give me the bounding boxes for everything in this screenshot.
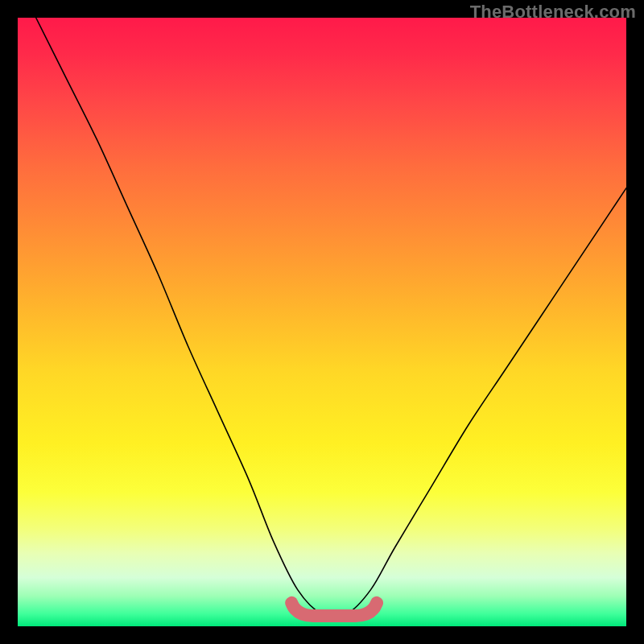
bottleneck-curve bbox=[18, 18, 626, 626]
chart-area bbox=[18, 18, 626, 626]
flat-bottom-highlight bbox=[291, 603, 377, 616]
curve-path bbox=[36, 18, 626, 617]
